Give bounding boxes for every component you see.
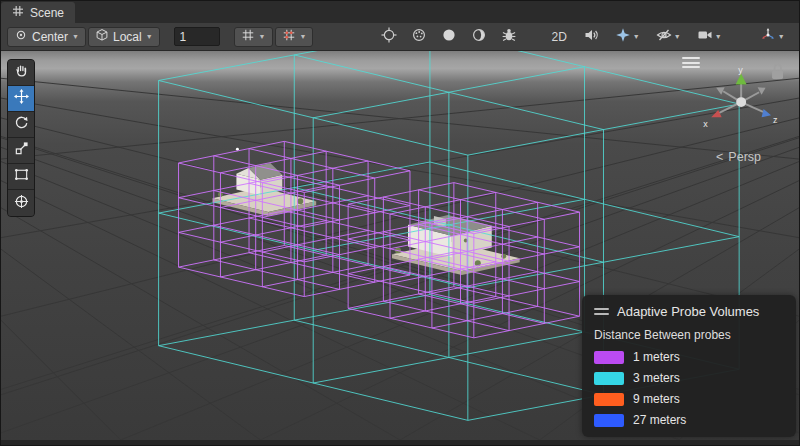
apv-panel: Adaptive Probe Volumes Distance Between … — [582, 295, 796, 437]
chevron-down-icon: ▼ — [633, 33, 640, 40]
legend-swatch-3m — [594, 372, 624, 385]
transform-icon — [14, 194, 29, 213]
crosshair-icon — [381, 27, 397, 46]
eye-slash-icon — [656, 27, 672, 46]
axis-x-label: x — [703, 119, 708, 129]
legend-swatch-27m — [594, 414, 624, 427]
chevron-down-icon: ▼ — [146, 33, 153, 40]
move-icon — [14, 89, 29, 108]
chevron-down-icon: ▼ — [300, 33, 307, 40]
bug-icon — [501, 27, 517, 46]
legend-label: 3 meters — [633, 371, 680, 385]
apv-title: Adaptive Probe Volumes — [617, 304, 759, 319]
overlay-menu-icon[interactable] — [682, 57, 700, 68]
scene-toolbar: Center ▼ Local ▼ ▼ — [1, 23, 799, 51]
tool-scale[interactable] — [8, 138, 34, 164]
scene-window: Scene Center ▼ Local ▼ — [0, 0, 800, 446]
crosshair-toggle-button[interactable] — [377, 26, 401, 48]
bug-toggle-button[interactable] — [497, 26, 521, 48]
apv-subtitle: Distance Between probes — [594, 328, 784, 342]
moon-toggle-button[interactable] — [467, 26, 491, 48]
orientation-label: Local — [113, 30, 142, 44]
orientation-dropdown[interactable]: Local ▼ — [88, 27, 160, 47]
tab-bar: Scene — [1, 1, 799, 23]
grid-size-field[interactable] — [174, 27, 220, 46]
axis-y-label: y — [738, 65, 743, 75]
chevron-down-icon: ▼ — [674, 33, 681, 40]
hand-icon — [14, 63, 29, 82]
2d-label: 2D — [551, 30, 566, 44]
audio-toggle-button[interactable] — [579, 26, 603, 48]
dotted-sphere-icon — [411, 27, 427, 46]
pivot-dropdown[interactable]: Center ▼ — [7, 27, 86, 47]
legend-row: 9 meters — [594, 392, 784, 406]
speaker-icon — [583, 27, 599, 46]
gizmo-axes-icon — [760, 27, 776, 46]
scale-icon — [14, 141, 29, 160]
legend-swatch-9m — [594, 393, 624, 406]
legend-label: 9 meters — [633, 392, 680, 406]
legend-row: 27 meters — [594, 413, 784, 427]
snap-increment-dropdown[interactable]: ▼ — [275, 27, 314, 47]
sphere-toggle-button[interactable] — [407, 26, 431, 48]
legend-swatch-1m — [594, 351, 624, 364]
persp-label: Persp — [728, 150, 761, 164]
pivot-label: Center — [32, 30, 68, 44]
cube-icon — [95, 28, 109, 45]
rotate-icon — [14, 115, 29, 134]
crescent-moon-icon — [471, 27, 487, 46]
tab-scene-label: Scene — [30, 6, 64, 20]
effects-dropdown[interactable]: ▼ — [611, 26, 644, 48]
tool-move[interactable] — [8, 86, 34, 112]
chevron-down-icon: ▼ — [72, 33, 79, 40]
pivot-center-icon — [14, 28, 28, 45]
lighting-toggle-button[interactable] — [437, 26, 461, 48]
window-bottom-edge — [1, 440, 799, 445]
legend-row: 1 meters — [594, 350, 784, 364]
camera-dropdown[interactable]: ▼ — [693, 26, 726, 48]
persp-toggle[interactable]: < Persp — [716, 150, 761, 164]
chevron-down-icon: ▼ — [715, 33, 722, 40]
scene-visibility-dropdown[interactable]: ▼ — [652, 26, 685, 48]
chevron-down-icon: ▼ — [778, 33, 785, 40]
gizmo-dropdown[interactable]: ▼ — [756, 26, 789, 48]
axis-z-label: z — [773, 115, 777, 125]
scene-viewport-area: y x z — [1, 51, 799, 440]
tool-hand[interactable] — [8, 60, 34, 86]
legend-label: 1 meters — [633, 350, 680, 364]
tool-palette — [7, 59, 35, 217]
tab-scene[interactable]: Scene — [1, 2, 75, 23]
camera-icon — [697, 27, 713, 46]
apv-drag-handle-icon[interactable] — [594, 308, 609, 315]
legend-label: 27 meters — [633, 413, 686, 427]
2d-toggle-button[interactable]: 2D — [547, 26, 570, 48]
effects-sparkle-icon — [615, 27, 631, 46]
snap-increment-icon — [282, 28, 296, 45]
rect-tool-icon — [14, 167, 29, 186]
lighting-circle-icon — [441, 27, 457, 46]
tool-rect[interactable] — [8, 164, 34, 190]
legend-row: 3 meters — [594, 371, 784, 385]
gizmo-center-ball[interactable] — [736, 97, 746, 107]
grid-snap-icon — [241, 28, 255, 45]
persp-collapse-icon: < — [716, 150, 723, 164]
grid-tab-icon — [12, 5, 24, 20]
tool-transform[interactable] — [8, 190, 34, 216]
tool-rotate[interactable] — [8, 112, 34, 138]
grid-snap-dropdown[interactable]: ▼ — [234, 27, 273, 47]
chevron-down-icon: ▼ — [259, 33, 266, 40]
